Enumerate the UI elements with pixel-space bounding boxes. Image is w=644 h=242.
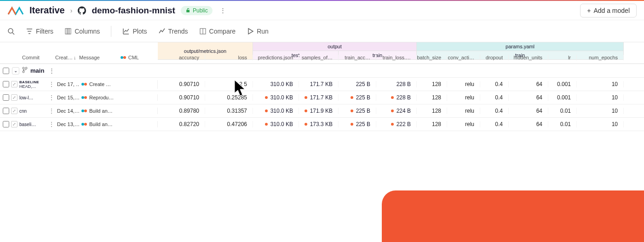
branch-more-icon[interactable]: ⋮ xyxy=(47,65,57,76)
filter-icon xyxy=(26,28,33,35)
run-button[interactable]: Run xyxy=(247,28,269,35)
plots-icon xyxy=(122,28,130,35)
sort-desc-icon: ↓ xyxy=(74,55,76,60)
plus-icon: + xyxy=(587,7,591,14)
row-more-icon[interactable]: ⋮ xyxy=(48,81,55,87)
hidden-units-cell: 64 xyxy=(509,94,548,101)
train-acc-cell: 225 B xyxy=(339,108,376,114)
change-dot-icon xyxy=(305,109,307,112)
row-more-icon[interactable]: ⋮ xyxy=(48,94,55,101)
samples-column-header[interactable]: samples_of… xyxy=(299,55,339,60)
row-checkbox[interactable] xyxy=(3,108,9,114)
expand-row-icon[interactable]: ⤢ xyxy=(11,108,17,114)
branch-row[interactable]: ⌄ main ⋮ xyxy=(0,64,644,78)
add-model-button[interactable]: + Add a model xyxy=(580,4,637,17)
change-dot-icon xyxy=(351,96,353,99)
change-dot-icon xyxy=(351,123,353,126)
table-row[interactable]: ⤢ low-l… ⋮ Dec 15,… Reprodu… 0.90710 0.2… xyxy=(0,91,644,104)
train-acc-column-header[interactable]: train_acc… xyxy=(339,55,376,60)
svg-point-19 xyxy=(84,123,87,126)
svg-point-7 xyxy=(121,56,123,59)
conv-activation-cell: relu xyxy=(447,81,480,87)
cml-icon xyxy=(120,54,126,61)
svg-point-18 xyxy=(81,123,84,126)
branch-name: main xyxy=(30,67,44,74)
change-dot-icon xyxy=(265,109,268,112)
trends-button[interactable]: Trends xyxy=(158,28,188,35)
row-more-icon[interactable]: ⋮ xyxy=(48,121,55,127)
svg-rect-4 xyxy=(69,29,71,34)
predictions-cell: 310.0 KB xyxy=(253,81,299,87)
dropout-cell: 0.4 xyxy=(480,81,509,87)
batch-size-cell: 128 xyxy=(417,94,447,101)
dropout-column-header[interactable]: dropout xyxy=(480,55,509,60)
message-column-header[interactable]: Message xyxy=(79,55,116,60)
header: Iterative › demo-fashion-mnist Public ⋮ … xyxy=(0,1,644,20)
table-row[interactable]: ⤢ cnn ⋮ Dec 14,… Build an… 0.89780 0.313… xyxy=(0,104,644,118)
change-dot-icon xyxy=(305,123,307,126)
cml-status-icon[interactable] xyxy=(81,81,87,87)
collapse-branch-icon[interactable]: ⌄ xyxy=(12,67,19,75)
filters-button[interactable]: Filters xyxy=(26,28,53,35)
hidden-units-column-header[interactable]: hidden_units xyxy=(509,55,548,60)
svg-point-14 xyxy=(81,96,84,99)
accuracy-column-header[interactable]: accuracy xyxy=(158,55,205,60)
lr-column-header[interactable]: lr xyxy=(548,55,577,60)
batch-size-cell: 128 xyxy=(417,108,447,114)
svg-point-13 xyxy=(84,83,87,86)
change-dot-icon xyxy=(351,109,353,112)
dropout-cell: 0.4 xyxy=(480,121,509,127)
lr-cell: 0.01 xyxy=(548,121,577,127)
more-menu-icon[interactable]: ⋮ xyxy=(218,5,228,16)
git-branch-icon xyxy=(22,67,28,75)
predictions-cell: 310.0 KB xyxy=(253,108,299,114)
cml-status-icon[interactable] xyxy=(81,108,87,114)
output-group-header[interactable]: output xyxy=(253,42,417,51)
batch-size-cell: 128 xyxy=(417,81,447,87)
svg-point-10 xyxy=(25,67,27,69)
svg-point-9 xyxy=(23,67,24,69)
columns-button[interactable]: Columns xyxy=(64,28,100,35)
predictions-column-header[interactable]: predictions.json xyxy=(253,55,299,60)
num-epochs-cell: 10 xyxy=(577,108,624,114)
row-checkbox[interactable] xyxy=(3,94,9,101)
cml-status-icon[interactable] xyxy=(81,121,87,127)
cml-column-header[interactable]: CML xyxy=(116,54,144,61)
loss-column-header[interactable]: loss xyxy=(205,55,253,60)
created-column-header[interactable]: Creat…↓ xyxy=(55,55,79,60)
num-epochs-cell: 10 xyxy=(577,81,624,87)
svg-point-0 xyxy=(8,29,13,33)
train-loss-column-header[interactable]: train_loss.… xyxy=(376,55,417,60)
table-row[interactable]: ⤢ baseli… ⋮ Dec 13,… Build an… 0.82720 0… xyxy=(0,118,644,131)
org-name[interactable]: Iterative xyxy=(29,5,65,16)
row-more-icon[interactable]: ⋮ xyxy=(48,108,55,114)
train-acc-cell: 225 B xyxy=(339,94,376,101)
message-cell: Build an… xyxy=(89,108,121,114)
search-button[interactable] xyxy=(7,28,15,35)
plots-button[interactable]: Plots xyxy=(122,28,147,35)
lr-cell: 0.001 xyxy=(548,81,577,87)
cml-status-icon[interactable] xyxy=(81,94,87,101)
table-row[interactable]: ⤢ BASELINEHEAD,… ⋮ Dec 17, … Create … 0.… xyxy=(0,78,644,91)
row-checkbox[interactable] xyxy=(3,81,9,87)
commit-column-header[interactable]: Commit xyxy=(0,55,55,60)
expand-row-icon[interactable]: ⤢ xyxy=(11,81,17,87)
change-dot-icon xyxy=(265,96,268,99)
row-checkbox[interactable] xyxy=(3,121,9,127)
conv-activation-column-header[interactable]: conv_acti… xyxy=(447,55,480,60)
lr-cell: 0.01 xyxy=(548,108,577,114)
params-group-header[interactable]: params.yaml xyxy=(417,42,624,51)
conv-activation-cell: relu xyxy=(447,108,480,114)
branch-checkbox[interactable] xyxy=(3,68,9,74)
svg-line-1 xyxy=(12,33,14,35)
message-cell: Build an… xyxy=(89,121,121,127)
github-icon xyxy=(78,6,86,15)
expand-row-icon[interactable]: ⤢ xyxy=(11,94,17,101)
samples-cell: 171.7 KB xyxy=(299,94,339,101)
repo-name[interactable]: demo-fashion-mnist xyxy=(92,6,175,16)
batch-size-column-header[interactable]: batch_size xyxy=(417,55,447,60)
expand-row-icon[interactable]: ⤢ xyxy=(11,121,17,127)
message-cell: Create … xyxy=(89,81,121,87)
num-epochs-column-header[interactable]: num_epochs xyxy=(577,55,624,60)
compare-button[interactable]: Compare xyxy=(199,28,236,35)
